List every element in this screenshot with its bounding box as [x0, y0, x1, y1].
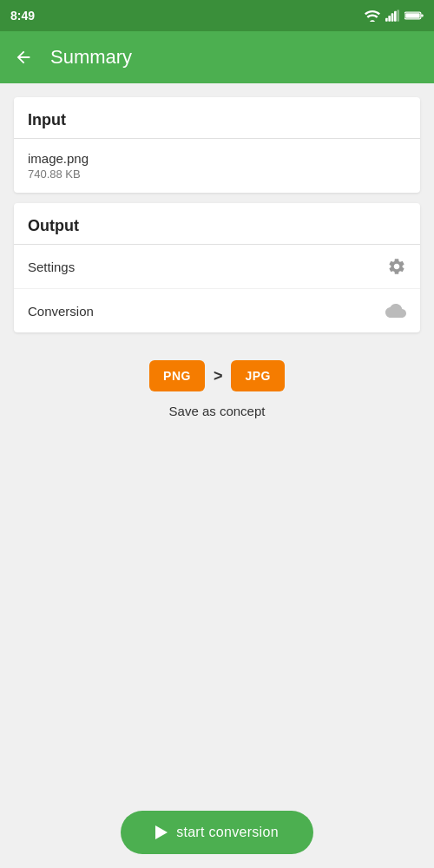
- battery-icon: [404, 10, 424, 21]
- input-file-name: image.png: [28, 151, 89, 166]
- input-card-header: Input: [14, 97, 420, 139]
- format-badges: PNG > JPG: [149, 360, 285, 391]
- output-card: Output Settings Conversion: [14, 203, 420, 332]
- conversion-label: Conversion: [28, 304, 94, 319]
- page-title: Summary: [50, 46, 132, 69]
- svg-rect-3: [394, 11, 397, 22]
- signal-icon: [385, 10, 399, 22]
- status-bar: 8:49: [0, 0, 434, 31]
- input-section-title: Input: [28, 111, 66, 128]
- main-content: Input image.png 740.88 KB Output Setting…: [0, 83, 434, 797]
- back-button[interactable]: [14, 48, 33, 67]
- status-icons: [365, 10, 424, 22]
- svg-rect-1: [388, 16, 391, 22]
- toolbar: Summary: [0, 31, 434, 83]
- play-icon: [155, 825, 168, 839]
- status-time: 8:49: [10, 9, 35, 23]
- to-format-badge: JPG: [231, 360, 285, 391]
- save-concept-button[interactable]: Save as concept: [169, 404, 266, 418]
- cloud-icon: [385, 301, 406, 320]
- bottom-area: start conversion: [0, 797, 434, 868]
- arrow-icon: >: [214, 367, 223, 385]
- svg-rect-7: [405, 13, 420, 18]
- input-file-size: 740.88 KB: [28, 168, 89, 181]
- input-card: Input image.png 740.88 KB: [14, 97, 420, 193]
- output-section-title: Output: [28, 217, 79, 234]
- start-conversion-button[interactable]: start conversion: [121, 811, 313, 854]
- svg-rect-0: [385, 18, 388, 22]
- conversion-area: PNG > JPG Save as concept: [14, 343, 420, 427]
- settings-label: Settings: [28, 260, 75, 274]
- svg-rect-6: [421, 14, 423, 16]
- wifi-icon: [365, 10, 380, 22]
- svg-rect-2: [391, 13, 394, 21]
- from-format-badge: PNG: [149, 360, 205, 391]
- input-file-info: image.png 740.88 KB: [28, 151, 89, 181]
- svg-rect-4: [397, 10, 399, 21]
- conversion-row[interactable]: Conversion: [14, 289, 420, 332]
- input-file-row: image.png 740.88 KB: [14, 139, 420, 193]
- output-card-header: Output: [14, 203, 420, 245]
- start-conversion-label: start conversion: [176, 825, 279, 840]
- settings-row[interactable]: Settings: [14, 245, 420, 289]
- gear-icon: [387, 257, 406, 276]
